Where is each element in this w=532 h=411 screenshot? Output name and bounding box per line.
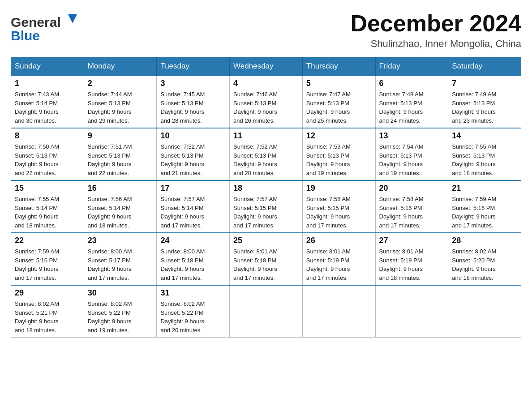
sunset-label: Sunset: 5:16 PM [452,205,495,211]
day-number: 17 [160,184,226,193]
header-monday: Monday [84,57,157,76]
calendar-cell: 5 Sunrise: 7:47 AM Sunset: 5:13 PM Dayli… [302,76,375,128]
daylight-label: Daylight: 9 hours [306,265,350,272]
sunrise-label: Sunrise: 7:55 AM [452,143,496,150]
daylight-cont: and 21 minutes. [160,170,202,176]
daylight-cont: and 19 minutes. [88,327,129,334]
sunrise-label: Sunrise: 8:01 AM [379,248,424,255]
daylight-cont: and 18 minutes. [452,274,493,281]
calendar-cell: 24 Sunrise: 8:00 AM Sunset: 5:18 PM Dayl… [157,233,230,285]
sunrise-label: Sunrise: 7:58 AM [306,196,351,202]
week-row-3: 15 Sunrise: 7:55 AM Sunset: 5:14 PM Dayl… [11,180,521,233]
calendar-cell: 17 Sunrise: 7:57 AM Sunset: 5:14 PM Dayl… [157,180,230,233]
daylight-label: Daylight: 9 hours [160,318,204,325]
day-number: 9 [88,131,153,141]
daylight-cont: and 17 minutes. [233,222,275,229]
sunrise-label: Sunrise: 7:47 AM [306,91,351,98]
day-info: Sunrise: 7:59 AM Sunset: 5:16 PM Dayligh… [15,247,80,282]
day-info: Sunrise: 7:45 AM Sunset: 5:13 PM Dayligh… [160,90,226,125]
sunset-label: Sunset: 5:14 PM [160,205,203,211]
sunset-label: Sunset: 5:16 PM [15,257,58,264]
day-info: Sunrise: 7:48 AM Sunset: 5:13 PM Dayligh… [379,90,445,125]
sunset-label: Sunset: 5:13 PM [88,100,131,107]
sunset-label: Sunset: 5:13 PM [379,152,422,159]
daylight-label: Daylight: 9 hours [160,161,204,167]
sunset-label: Sunset: 5:18 PM [233,257,276,264]
sunrise-label: Sunrise: 7:49 AM [452,91,496,98]
day-info: Sunrise: 8:01 AM Sunset: 5:19 PM Dayligh… [379,247,445,282]
sunset-label: Sunset: 5:15 PM [306,205,349,211]
day-info: Sunrise: 7:58 AM Sunset: 5:16 PM Dayligh… [379,195,445,230]
daylight-label: Daylight: 9 hours [88,108,132,115]
day-number: 3 [160,79,226,88]
daylight-cont: and 17 minutes. [306,274,348,281]
daylight-cont: and 17 minutes. [160,222,202,229]
daylight-label: Daylight: 9 hours [160,213,204,220]
calendar-cell: 4 Sunrise: 7:46 AM Sunset: 5:13 PM Dayli… [230,76,303,128]
day-number: 22 [15,236,80,245]
calendar-cell [302,285,375,338]
day-number: 6 [379,79,445,88]
day-info: Sunrise: 7:51 AM Sunset: 5:13 PM Dayligh… [88,142,153,177]
calendar-table: Sunday Monday Tuesday Wednesday Thursday… [11,57,521,338]
day-number: 19 [306,184,372,193]
day-info: Sunrise: 8:02 AM Sunset: 5:22 PM Dayligh… [160,300,226,334]
day-number: 25 [233,236,299,245]
daylight-cont: and 23 minutes. [452,117,493,124]
day-number: 26 [306,236,372,245]
calendar-cell: 19 Sunrise: 7:58 AM Sunset: 5:15 PM Dayl… [302,180,375,233]
daylight-cont: and 24 minutes. [379,117,421,124]
sunset-label: Sunset: 5:16 PM [379,205,422,211]
day-number: 12 [306,131,372,141]
daylight-cont: and 26 minutes. [233,117,275,124]
daylight-cont: and 22 minutes. [88,170,129,176]
sunrise-label: Sunrise: 7:56 AM [88,196,132,202]
day-number: 29 [15,288,80,298]
calendar-cell: 12 Sunrise: 7:53 AM Sunset: 5:13 PM Dayl… [302,128,375,180]
sunrise-label: Sunrise: 8:01 AM [306,248,351,255]
logo-svg: General Blue [11,11,82,42]
daylight-label: Daylight: 9 hours [88,265,132,272]
daylight-cont: and 17 minutes. [88,274,129,281]
daylight-cont: and 17 minutes. [160,274,202,281]
sunset-label: Sunset: 5:14 PM [88,205,131,211]
calendar-cell: 14 Sunrise: 7:55 AM Sunset: 5:13 PM Dayl… [448,128,521,180]
calendar-cell: 11 Sunrise: 7:52 AM Sunset: 5:13 PM Dayl… [230,128,303,180]
day-number: 16 [88,184,153,193]
sunrise-label: Sunrise: 7:45 AM [160,91,205,98]
day-number: 20 [379,184,445,193]
sunset-label: Sunset: 5:13 PM [233,152,276,159]
sunrise-label: Sunrise: 7:59 AM [452,196,496,202]
sunrise-label: Sunrise: 7:58 AM [379,196,424,202]
daylight-cont: and 18 minutes. [15,222,56,229]
sunset-label: Sunset: 5:19 PM [379,257,422,264]
calendar-cell: 3 Sunrise: 7:45 AM Sunset: 5:13 PM Dayli… [157,76,230,128]
sunrise-label: Sunrise: 8:02 AM [88,300,132,307]
day-number: 13 [379,131,445,141]
week-row-2: 8 Sunrise: 7:50 AM Sunset: 5:13 PM Dayli… [11,128,521,180]
daylight-label: Daylight: 9 hours [452,161,496,167]
sunset-label: Sunset: 5:21 PM [15,309,58,316]
calendar-cell [230,285,303,338]
day-number: 4 [233,79,299,88]
page-header: General Blue December 2024 Shulinzhao, I… [11,11,521,50]
calendar-cell: 25 Sunrise: 8:01 AM Sunset: 5:18 PM Dayl… [230,233,303,285]
daylight-label: Daylight: 9 hours [15,161,59,167]
header-sunday: Sunday [11,57,84,76]
day-info: Sunrise: 7:57 AM Sunset: 5:15 PM Dayligh… [233,195,299,230]
sunset-label: Sunset: 5:13 PM [160,152,203,159]
daylight-label: Daylight: 9 hours [306,161,350,167]
calendar-cell: 13 Sunrise: 7:54 AM Sunset: 5:13 PM Dayl… [375,128,448,180]
day-number: 7 [452,79,517,88]
day-number: 2 [88,79,153,88]
sunset-label: Sunset: 5:20 PM [452,257,495,264]
daylight-label: Daylight: 9 hours [233,161,277,167]
calendar-cell: 18 Sunrise: 7:57 AM Sunset: 5:15 PM Dayl… [230,180,303,233]
sunset-label: Sunset: 5:18 PM [160,257,203,264]
day-info: Sunrise: 8:00 AM Sunset: 5:18 PM Dayligh… [160,247,226,282]
sunset-label: Sunset: 5:13 PM [452,100,495,107]
sunset-label: Sunset: 5:14 PM [15,205,58,211]
daylight-cont: and 29 minutes. [88,117,129,124]
day-number: 21 [452,184,517,193]
day-info: Sunrise: 7:47 AM Sunset: 5:13 PM Dayligh… [306,90,372,125]
